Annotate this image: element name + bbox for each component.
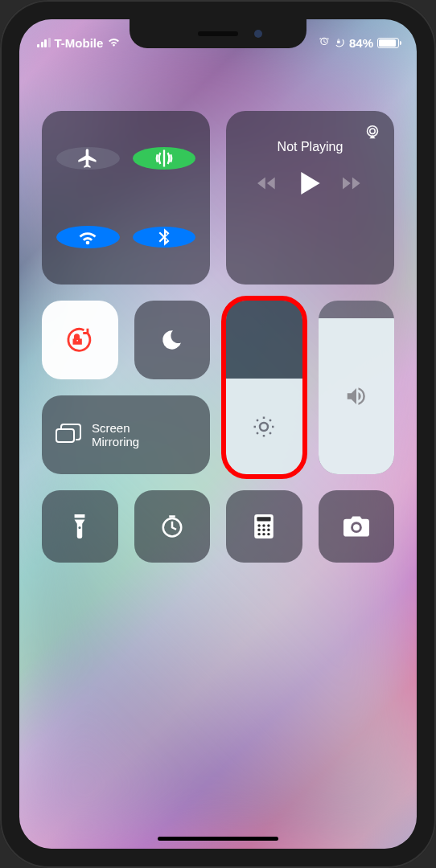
brightness-slider[interactable] [226, 301, 302, 474]
orientation-lock-icon [334, 36, 345, 50]
bluetooth-button[interactable] [133, 227, 196, 248]
timer-button[interactable] [134, 490, 211, 563]
wifi-icon [107, 36, 121, 50]
svg-point-10 [267, 524, 269, 526]
airplay-icon[interactable] [364, 124, 381, 145]
status-right: 84% [319, 31, 399, 55]
svg-point-13 [267, 529, 269, 531]
svg-point-3 [260, 423, 268, 431]
volume-icon [344, 384, 368, 408]
camera-button[interactable] [319, 490, 395, 563]
home-indicator[interactable] [158, 837, 278, 841]
previous-track-button[interactable] [257, 175, 278, 194]
battery-percent: 84% [349, 36, 373, 50]
connectivity-panel[interactable] [42, 111, 210, 285]
screen-mirror-label-2: Mirroring [92, 435, 139, 448]
svg-rect-4 [56, 429, 74, 442]
svg-point-0 [368, 126, 378, 137]
svg-point-14 [258, 533, 261, 535]
orientation-lock-button[interactable] [42, 301, 118, 379]
cellular-data-button[interactable] [133, 147, 196, 170]
svg-point-15 [263, 533, 265, 535]
phone-frame: T-Mobile 84% [0, 0, 436, 868]
svg-rect-2 [76, 339, 79, 342]
control-center: Not Playing [19, 55, 417, 569]
cellular-signal-icon [37, 38, 51, 47]
svg-point-9 [263, 524, 265, 526]
svg-point-11 [258, 529, 261, 531]
wifi-button[interactable] [56, 226, 120, 248]
svg-point-16 [267, 533, 269, 535]
screen-mirror-label-1: Screen [92, 421, 139, 435]
battery-icon [377, 38, 399, 48]
media-controls [257, 172, 364, 198]
play-button[interactable] [301, 172, 320, 198]
next-track-button[interactable] [343, 175, 364, 194]
do-not-disturb-button[interactable] [134, 301, 211, 379]
svg-rect-7 [257, 517, 271, 521]
screen: T-Mobile 84% [19, 19, 417, 849]
brightness-icon [252, 415, 276, 439]
airplane-mode-button[interactable] [56, 147, 120, 170]
status-left: T-Mobile [37, 31, 121, 55]
media-state-label: Not Playing [278, 140, 343, 154]
volume-slider[interactable] [319, 301, 395, 474]
media-panel[interactable]: Not Playing [226, 111, 394, 285]
screen-mirroring-icon [55, 423, 82, 446]
flashlight-button[interactable] [42, 490, 118, 563]
carrier-label: T-Mobile [55, 36, 104, 50]
notch [130, 19, 306, 48]
alarm-icon [319, 36, 330, 50]
screen-mirroring-button[interactable]: Screen Mirroring [42, 395, 210, 474]
svg-point-8 [258, 524, 261, 526]
calculator-button[interactable] [226, 490, 302, 563]
svg-point-1 [370, 129, 375, 133]
svg-point-12 [263, 529, 265, 531]
